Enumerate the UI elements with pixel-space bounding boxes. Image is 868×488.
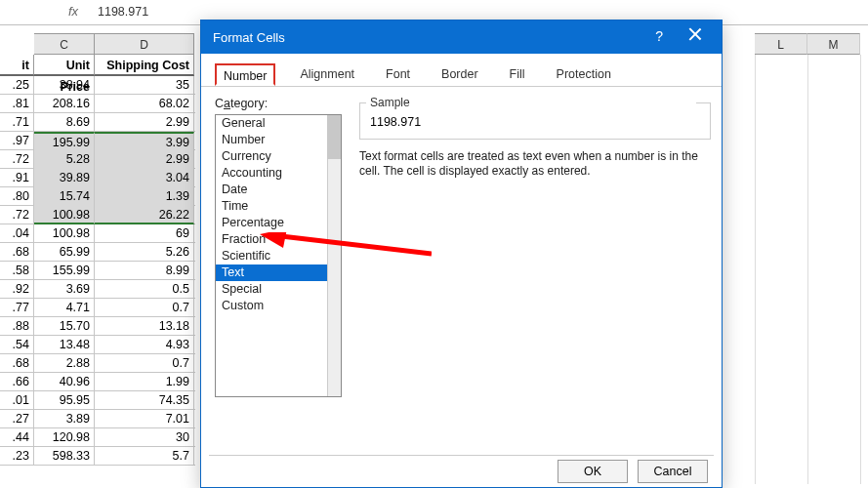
- cell[interactable]: .25: [0, 76, 34, 95]
- close-icon[interactable]: [686, 26, 704, 44]
- cell[interactable]: .72: [0, 150, 34, 169]
- category-item-fraction[interactable]: Fraction: [216, 231, 341, 248]
- cell[interactable]: .72: [0, 206, 34, 224]
- cell[interactable]: .92: [0, 280, 34, 299]
- cell[interactable]: 15.70: [34, 317, 95, 336]
- cell[interactable]: 35: [95, 76, 194, 95]
- cell[interactable]: .58: [0, 262, 34, 280]
- cell[interactable]: 3.69: [34, 280, 95, 299]
- table-row[interactable]: .0195.9574.35: [0, 391, 195, 410]
- table-row[interactable]: .6640.961.99: [0, 373, 195, 391]
- cell[interactable]: 195.99: [34, 132, 95, 150]
- table-row[interactable]: .23598.335.7: [0, 447, 195, 466]
- cell[interactable]: 40.96: [34, 373, 95, 391]
- cell[interactable]: 2.99: [95, 113, 194, 132]
- cell[interactable]: 598.33: [34, 447, 95, 466]
- category-item-date[interactable]: Date: [216, 182, 341, 198]
- table-row[interactable]: .774.710.7: [0, 299, 195, 317]
- cell[interactable]: 120.98: [34, 428, 95, 447]
- category-item-scientific[interactable]: Scientific: [216, 248, 341, 264]
- cell[interactable]: .88: [0, 317, 34, 336]
- cell[interactable]: 1.39: [95, 187, 194, 206]
- table-row[interactable]: .97195.993.99: [0, 132, 195, 150]
- category-item-general[interactable]: General: [216, 115, 341, 132]
- tab-protection[interactable]: Protection: [550, 63, 618, 86]
- cancel-button[interactable]: Cancel: [638, 460, 708, 483]
- cell[interactable]: .01: [0, 391, 34, 410]
- tab-number[interactable]: Number: [215, 63, 275, 86]
- cell[interactable]: 3.89: [34, 410, 95, 428]
- category-item-currency[interactable]: Currency: [216, 148, 341, 165]
- table-row[interactable]: .44120.9830: [0, 428, 195, 447]
- category-item-accounting[interactable]: Accounting: [216, 165, 341, 182]
- table-row[interactable]: .81208.1668.02: [0, 95, 195, 113]
- column-header-c[interactable]: C: [34, 33, 95, 55]
- header-shipping-cost[interactable]: Shipping Cost: [95, 55, 194, 76]
- category-list[interactable]: GeneralNumberCurrencyAccountingDateTimeP…: [215, 114, 342, 397]
- cell[interactable]: 39.89: [34, 169, 95, 187]
- cell[interactable]: 13.48: [34, 336, 95, 354]
- cell[interactable]: 30: [95, 428, 194, 447]
- cell[interactable]: 0.7: [95, 354, 194, 373]
- cell[interactable]: .23: [0, 447, 34, 466]
- cell[interactable]: 155.99: [34, 262, 95, 280]
- cell[interactable]: .27: [0, 410, 34, 428]
- tab-alignment[interactable]: Alignment: [293, 63, 361, 86]
- cell[interactable]: .04: [0, 224, 34, 243]
- table-row[interactable]: .273.897.01: [0, 410, 195, 428]
- cell[interactable]: 5.7: [95, 447, 194, 466]
- cell[interactable]: 0.7: [95, 299, 194, 317]
- table-row[interactable]: .725.282.99: [0, 150, 195, 169]
- help-button[interactable]: ?: [655, 28, 663, 44]
- cell[interactable]: .66: [0, 373, 34, 391]
- cell[interactable]: 1.99: [95, 373, 194, 391]
- header-unit-price[interactable]: Unit Price: [34, 55, 95, 76]
- cell[interactable]: 4.93: [95, 336, 194, 354]
- cell[interactable]: .77: [0, 299, 34, 317]
- ok-button[interactable]: OK: [558, 460, 628, 483]
- cell[interactable]: 2.99: [95, 150, 194, 169]
- table-row[interactable]: .2538.9435: [0, 76, 195, 95]
- formula-value[interactable]: 1198.971: [98, 5, 148, 19]
- tab-font[interactable]: Font: [379, 63, 417, 86]
- table-row[interactable]: .8015.741.39: [0, 187, 195, 206]
- tab-border[interactable]: Border: [434, 63, 485, 86]
- cell[interactable]: 74.35: [95, 391, 194, 410]
- cell[interactable]: 2.88: [34, 354, 95, 373]
- table-row[interactable]: .9139.893.04: [0, 169, 195, 187]
- cell[interactable]: 15.74: [34, 187, 95, 206]
- column-header-l[interactable]: L: [755, 33, 807, 55]
- cell[interactable]: 13.18: [95, 317, 194, 336]
- table-row[interactable]: .718.692.99: [0, 113, 195, 132]
- spreadsheet-grid[interactable]: .2538.9435.81208.1668.02.718.692.99.9719…: [0, 76, 195, 466]
- cell[interactable]: 8.99: [95, 262, 194, 280]
- cell[interactable]: 68.02: [95, 95, 194, 113]
- cell[interactable]: .80: [0, 187, 34, 206]
- tab-fill[interactable]: Fill: [503, 63, 532, 86]
- cell[interactable]: .68: [0, 354, 34, 373]
- table-row[interactable]: .682.880.7: [0, 354, 195, 373]
- cell[interactable]: .71: [0, 113, 34, 132]
- cell[interactable]: 5.26: [95, 243, 194, 262]
- cell[interactable]: .68: [0, 243, 34, 262]
- table-row[interactable]: .04100.9869: [0, 224, 195, 243]
- table-row[interactable]: .58155.998.99: [0, 262, 195, 280]
- category-item-time[interactable]: Time: [216, 198, 341, 215]
- category-item-text[interactable]: Text: [216, 264, 341, 281]
- cell[interactable]: .44: [0, 428, 34, 447]
- cell[interactable]: 100.98: [34, 224, 95, 243]
- cell[interactable]: 5.28: [34, 150, 95, 169]
- cell[interactable]: 26.22: [95, 206, 194, 224]
- table-row[interactable]: .8815.7013.18: [0, 317, 195, 336]
- column-header-d[interactable]: D: [95, 33, 194, 55]
- column-header-m[interactable]: M: [807, 33, 860, 55]
- cell[interactable]: 7.01: [95, 410, 194, 428]
- cell[interactable]: 3.04: [95, 169, 194, 187]
- cell[interactable]: 100.98: [34, 206, 95, 224]
- category-item-custom[interactable]: Custom: [216, 298, 341, 314]
- category-item-special[interactable]: Special: [216, 281, 341, 298]
- header-partial[interactable]: it: [0, 55, 34, 76]
- cell[interactable]: 3.99: [95, 132, 194, 150]
- category-item-percentage[interactable]: Percentage: [216, 215, 341, 231]
- cell[interactable]: .81: [0, 95, 34, 113]
